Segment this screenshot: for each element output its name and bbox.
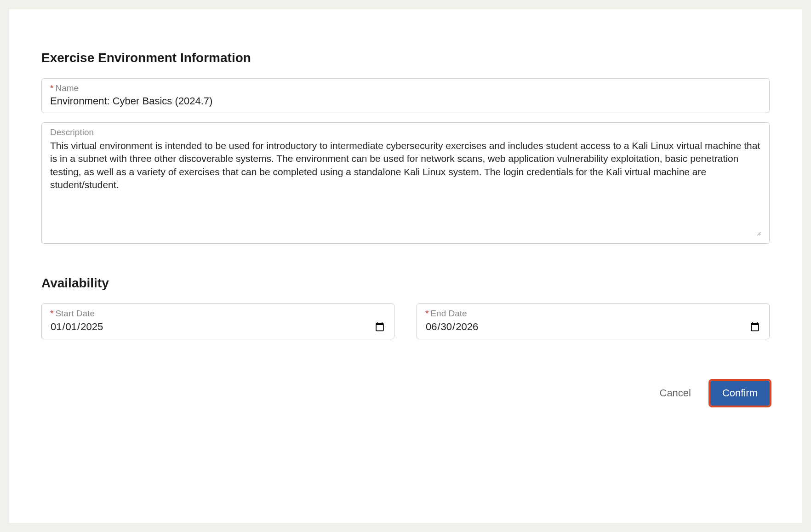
end-date-input[interactable] bbox=[425, 320, 761, 333]
description-textarea[interactable] bbox=[50, 139, 761, 236]
name-input[interactable] bbox=[50, 95, 761, 107]
form-panel: Exercise Environment Information *Name D… bbox=[9, 9, 802, 523]
required-star-icon: * bbox=[50, 83, 53, 93]
availability-section-title: Availability bbox=[41, 276, 770, 291]
end-date-label: *End Date bbox=[425, 309, 761, 319]
start-date-label-text: Start Date bbox=[55, 309, 95, 318]
start-date-input[interactable] bbox=[50, 320, 386, 333]
description-label: Description bbox=[50, 127, 761, 137]
name-label: *Name bbox=[50, 83, 761, 93]
environment-section-title: Exercise Environment Information bbox=[41, 51, 770, 65]
start-date-label: *Start Date bbox=[50, 309, 386, 319]
required-star-icon: * bbox=[425, 309, 428, 318]
cancel-button[interactable]: Cancel bbox=[654, 383, 697, 403]
name-label-text: Name bbox=[55, 83, 79, 93]
name-field-box[interactable]: *Name bbox=[41, 78, 770, 113]
button-row: Cancel Confirm bbox=[41, 381, 770, 406]
date-row: *Start Date *End Date bbox=[41, 303, 770, 349]
confirm-button[interactable]: Confirm bbox=[710, 381, 770, 406]
start-date-field-box[interactable]: *Start Date bbox=[41, 303, 394, 339]
end-date-field-box[interactable]: *End Date bbox=[417, 303, 770, 339]
required-star-icon: * bbox=[50, 309, 53, 318]
end-date-label-text: End Date bbox=[430, 309, 467, 318]
description-field-box[interactable]: Description bbox=[41, 122, 770, 244]
